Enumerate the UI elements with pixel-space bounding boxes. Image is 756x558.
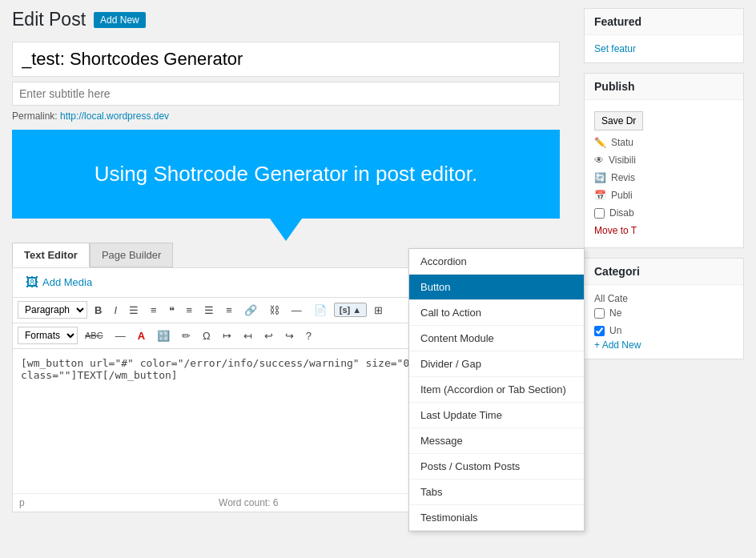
more-button[interactable]: 📄 bbox=[309, 301, 332, 319]
outdent-button[interactable]: ↤ bbox=[239, 327, 257, 345]
paragraph-select[interactable]: Paragraph bbox=[18, 301, 87, 319]
eye-icon: 👁 bbox=[594, 155, 604, 166]
dropdown-item-accordion[interactable]: Accordion bbox=[409, 249, 584, 275]
featured-box: Featured Set featur bbox=[584, 8, 744, 63]
dropdown-item-message[interactable]: Message bbox=[409, 428, 584, 454]
italic-button[interactable]: I bbox=[109, 301, 122, 319]
font-color-button[interactable]: A bbox=[133, 327, 150, 345]
category1-label: Ne bbox=[609, 307, 621, 319]
dropdown-item-call-to-action[interactable]: Call to Action bbox=[409, 300, 584, 326]
add-new-button[interactable]: Add New bbox=[94, 12, 146, 28]
revisions-label: Revis bbox=[611, 172, 635, 183]
categories-title: Categori bbox=[585, 259, 743, 285]
align-left-button[interactable]: ≡ bbox=[182, 301, 198, 319]
sidebar: Featured Set featur Publish Save Dr ✏️ S… bbox=[572, 0, 756, 558]
tab-text-editor[interactable]: Text Editor bbox=[12, 243, 90, 267]
dropdown-item-button[interactable]: Button bbox=[409, 275, 584, 300]
set-featured-link[interactable]: Set featur bbox=[594, 43, 636, 54]
shortcode-button[interactable]: [s] ▲ bbox=[334, 303, 367, 317]
page-title: Edit Post bbox=[12, 8, 86, 32]
add-media-button[interactable]: 🖼 Add Media bbox=[21, 273, 97, 292]
align-right-button[interactable]: ≡ bbox=[221, 301, 237, 319]
indent-button[interactable]: ↦ bbox=[218, 327, 236, 345]
strikethrough-button[interactable]: ABC bbox=[80, 327, 108, 343]
custom-chars-button[interactable]: 🔡 bbox=[152, 327, 175, 345]
permalink-link[interactable]: http://local.wordpress.dev bbox=[60, 110, 169, 122]
help-button[interactable]: ? bbox=[301, 327, 316, 345]
visibility-label: Visibili bbox=[609, 155, 636, 166]
save-draft-button[interactable]: Save Dr bbox=[594, 111, 643, 130]
revisions-icon: 🔄 bbox=[594, 172, 606, 183]
category2-checkbox[interactable] bbox=[594, 326, 605, 336]
category2-label: Un bbox=[609, 325, 621, 336]
hr-button[interactable]: — bbox=[287, 301, 307, 319]
tab-page-builder[interactable]: Page Builder bbox=[90, 243, 173, 267]
editor-tag: p bbox=[19, 497, 25, 508]
pencil-icon: ✏️ bbox=[594, 137, 606, 148]
dropdown-item-divider-gap[interactable]: Divider / Gap bbox=[409, 351, 584, 377]
post-title-input[interactable] bbox=[12, 42, 560, 77]
unlink-button[interactable]: ⛓ bbox=[264, 301, 284, 319]
word-count: Word count: 6 bbox=[219, 497, 278, 508]
horizontal-rule-button[interactable]: — bbox=[111, 327, 131, 345]
table-button[interactable]: ⊞ bbox=[369, 301, 388, 319]
categories-box: Categori All Cate Ne Un + Add New bbox=[584, 258, 744, 359]
special-chars-button[interactable]: Ω bbox=[198, 327, 215, 345]
featured-title: Featured bbox=[585, 9, 743, 35]
align-center-button[interactable]: ☰ bbox=[199, 301, 219, 319]
dropdown-item-tabs[interactable]: Tabs bbox=[409, 480, 584, 505]
calendar-icon: 📅 bbox=[594, 190, 606, 201]
disable-label: Disab bbox=[609, 207, 634, 219]
hero-banner: Using Shotrcode Generator in post editor… bbox=[12, 130, 560, 219]
permalink: Permalink: http://local.wordpress.dev bbox=[12, 110, 560, 122]
subtitle-input[interactable] bbox=[12, 82, 560, 106]
publish-box: Publish Save Dr ✏️ Statu 👁 Visibili 🔄 Re… bbox=[584, 73, 744, 248]
dropdown-item-item-accordion[interactable]: Item (Accordion or Tab Section) bbox=[409, 377, 584, 403]
category1-checkbox[interactable] bbox=[594, 308, 605, 319]
undo-button[interactable]: ↩ bbox=[259, 327, 278, 345]
disable-checkbox[interactable] bbox=[594, 208, 605, 219]
dropdown-item-posts-custom[interactable]: Posts / Custom Posts bbox=[409, 454, 584, 480]
redo-button[interactable]: ↪ bbox=[280, 327, 299, 345]
add-media-icon: 🖼 bbox=[26, 275, 38, 290]
clear-format-button[interactable]: ✏ bbox=[177, 327, 195, 345]
all-categories-label: All Cate bbox=[594, 293, 734, 304]
dropdown-item-testimonials[interactable]: Testimonials bbox=[409, 505, 584, 531]
status-label: Statu bbox=[611, 137, 633, 148]
formats-select[interactable]: Formats bbox=[18, 327, 78, 344]
dropdown-item-content-module[interactable]: Content Module bbox=[409, 326, 584, 351]
dropdown-item-last-update[interactable]: Last Update Time bbox=[409, 403, 584, 428]
blockquote-button[interactable]: ❝ bbox=[164, 301, 179, 319]
shortcode-dropdown: Accordion Button Call to Action Content … bbox=[408, 248, 585, 532]
add-new-category-link[interactable]: + Add New bbox=[594, 339, 641, 351]
move-to-trash-link[interactable]: Move to T bbox=[594, 225, 637, 236]
publish-title: Publish bbox=[585, 74, 743, 100]
hero-arrow bbox=[270, 219, 302, 241]
ordered-list-button[interactable]: ≡ bbox=[146, 301, 162, 319]
unordered-list-button[interactable]: ☰ bbox=[124, 301, 143, 319]
link-button[interactable]: 🔗 bbox=[239, 301, 262, 319]
bold-button[interactable]: B bbox=[90, 301, 107, 319]
publish-date-label: Publi bbox=[611, 190, 633, 201]
